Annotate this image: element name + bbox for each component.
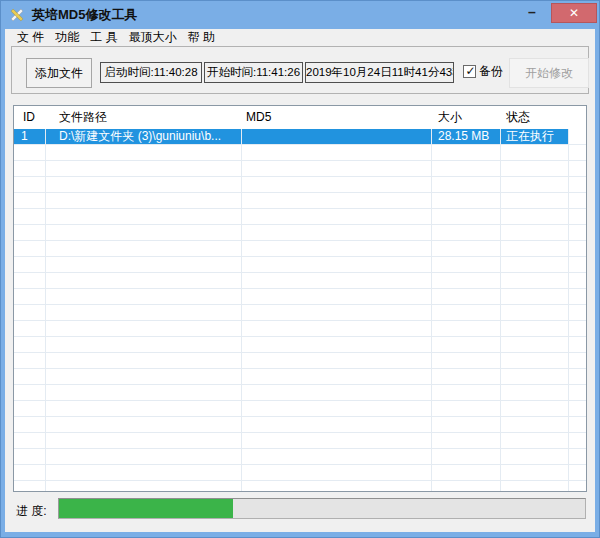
table-cell [569,433,586,448]
table-empty-row[interactable] [14,209,586,225]
table-cell [46,385,242,400]
table-cell [569,145,586,160]
cell-path: D:\新建文件夹 (3)\guniuniu\b... [46,129,242,144]
table-empty-row[interactable] [14,481,586,492]
table-cell [46,145,242,160]
backup-checkbox[interactable]: ✓ [463,65,476,78]
table-cell [46,289,242,304]
table-cell [14,321,46,336]
table-cell [14,273,46,288]
titlebar: 英培MD5修改工具 – ✕ [1,1,599,29]
table-empty-row[interactable] [14,353,586,369]
table-cell [14,465,46,480]
table-empty-row[interactable] [14,401,586,417]
table-cell [14,241,46,256]
table-cell [46,417,242,432]
table-cell [242,273,432,288]
table-empty-row[interactable] [14,337,586,353]
window-title: 英培MD5修改工具 [32,6,137,24]
table-cell [501,193,569,208]
table-cell [501,289,569,304]
table-cell [242,385,432,400]
table-empty-row[interactable] [14,385,586,401]
header-filler [569,106,586,129]
backup-checkbox-label[interactable]: 备份 [479,63,503,80]
table-empty-row[interactable] [14,193,586,209]
table-cell [569,401,586,416]
minimize-button[interactable]: – [517,4,547,23]
header-path[interactable]: 文件路径 [46,106,242,129]
table-cell [242,369,432,384]
table-cell [432,481,501,492]
table-cell [501,353,569,368]
header-status[interactable]: 状态 [501,106,569,129]
add-file-button[interactable]: 添加文件 [26,58,92,88]
header-size[interactable]: 大小 [432,106,501,129]
cell-filler [569,129,586,144]
table-body: 1 D:\新建文件夹 (3)\guniuniu\b... 28.15 MB 正在… [14,129,586,492]
table-cell [432,449,501,464]
table-empty-row[interactable] [14,465,586,481]
table-cell [14,289,46,304]
table-cell [14,193,46,208]
menu-bar: 文 件 功能 工 具 最顶大小 帮 助 [5,29,595,46]
progress-bar [58,498,586,519]
table-cell [569,225,586,240]
table-cell [432,401,501,416]
table-empty-row[interactable] [14,433,586,449]
table-cell [501,305,569,320]
table-cell [14,385,46,400]
table-cell [569,305,586,320]
table-empty-row[interactable] [14,161,586,177]
menu-tools[interactable]: 工 具 [90,29,117,46]
table-cell [46,369,242,384]
start-modify-button[interactable]: 开始修改 [509,58,589,88]
table-empty-row[interactable] [14,305,586,321]
table-empty-row[interactable] [14,145,586,161]
table-cell [569,481,586,492]
table-cell [501,385,569,400]
header-md5[interactable]: MD5 [242,106,432,129]
table-cell [432,145,501,160]
table-cell [46,449,242,464]
table-cell [432,209,501,224]
table-empty-row[interactable] [14,225,586,241]
table-row[interactable]: 1 D:\新建文件夹 (3)\guniuniu\b... 28.15 MB 正在… [14,129,586,145]
table-empty-row[interactable] [14,321,586,337]
table-empty-row[interactable] [14,369,586,385]
table-empty-row[interactable] [14,177,586,193]
table-cell [46,209,242,224]
table-cell [14,177,46,192]
table-empty-row[interactable] [14,289,586,305]
table-cell [46,433,242,448]
table-empty-row[interactable] [14,273,586,289]
table-cell [14,257,46,272]
table-cell [569,177,586,192]
close-button[interactable]: ✕ [551,3,597,23]
table-empty-row[interactable] [14,417,586,433]
table-cell [501,417,569,432]
table-cell [432,369,501,384]
checkmark-icon: ✓ [464,63,477,79]
table-cell [569,209,586,224]
table-cell [14,449,46,464]
table-cell [242,353,432,368]
menu-file[interactable]: 文 件 [17,29,44,46]
cell-size: 28.15 MB [432,129,501,144]
toolbar-panel: 添加文件 启动时间:11:40:28 开始时间:11:41:26 2019年10… [11,46,589,94]
table-empty-row[interactable] [14,257,586,273]
table-cell [14,225,46,240]
table-empty-row[interactable] [14,449,586,465]
table-header: ID 文件路径 MD5 大小 状态 [14,106,586,129]
table-cell [14,145,46,160]
table-cell [46,481,242,492]
header-id[interactable]: ID [14,106,46,129]
menu-function[interactable]: 功能 [55,29,79,46]
table-empty-row[interactable] [14,241,586,257]
menu-topmost-size[interactable]: 最顶大小 [129,29,177,46]
table-cell [501,241,569,256]
table-cell [14,161,46,176]
cell-id: 1 [14,129,46,144]
table-cell [501,209,569,224]
menu-help[interactable]: 帮 助 [188,29,215,46]
